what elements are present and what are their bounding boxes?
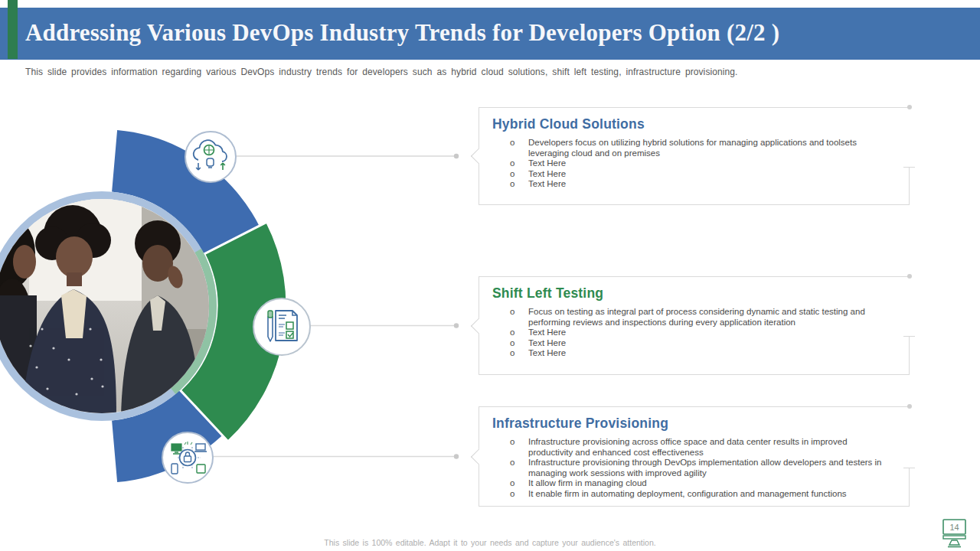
bullet-item: oText Here — [508, 179, 884, 190]
slide-subtitle: This slide provides information regardin… — [25, 67, 906, 77]
page-number: 14 — [949, 523, 959, 532]
bullet-marker: o — [508, 478, 528, 489]
hybrid-cloud-icon — [185, 132, 236, 182]
shift-left-testing-icon — [253, 298, 310, 355]
bullet-list: oFocus on testing as integral part of pr… — [508, 307, 884, 359]
corner-dot — [907, 274, 912, 279]
section-hybrid-cloud-solutions: Hybrid Cloud Solutions oDevelopers focus… — [479, 107, 910, 205]
bullet-marker: o — [508, 458, 528, 468]
bullet-item: oText Here — [508, 348, 884, 359]
bullet-text: Developers focus on utilizing hybrid sol… — [528, 138, 884, 158]
bullet-text: Infrastructure provisioning through DevO… — [528, 458, 884, 478]
infrastructure-provisioning-icon — [162, 432, 213, 483]
bullet-marker: o — [508, 169, 528, 180]
bullet-text: Text Here — [528, 158, 884, 169]
bullet-text: Infrastructure provisioning across offic… — [528, 437, 884, 458]
bullet-list: oInfrastructure provisioning across offi… — [508, 437, 884, 500]
right-border-segment — [909, 167, 910, 205]
section-infrastructure-provisioning: Infrastructure Provisioning oInfrastruct… — [479, 406, 910, 507]
section-title: Hybrid Cloud Solutions — [492, 116, 910, 132]
bullet-text: Text Here — [528, 169, 884, 180]
bullet-marker: o — [508, 158, 528, 169]
section-title: Infrastructure Provisioning — [492, 416, 910, 432]
bullet-item: oInfrastructure provisioning through Dev… — [508, 458, 884, 478]
bullet-marker: o — [508, 489, 528, 500]
left-graphic — [0, 99, 479, 520]
bullet-marker: o — [508, 348, 528, 359]
bullet-item: oDevelopers focus on utilizing hybrid so… — [508, 138, 884, 158]
bullet-text: Text Here — [528, 328, 884, 338]
bullet-text: Text Here — [528, 338, 884, 349]
connector-end-dots — [454, 154, 459, 459]
bullet-item: oText Here — [508, 169, 884, 180]
bullet-marker: o — [508, 437, 528, 448]
footer-note: This slide is 100% editable. Adapt it to… — [0, 538, 980, 547]
bullet-marker: o — [508, 338, 528, 349]
bullet-text: It enable firm in automating deployment,… — [528, 489, 884, 500]
bullet-text: Text Here — [528, 179, 884, 190]
bullet-item: oIt allow firm in managing cloud — [508, 478, 884, 489]
bullet-item: oFocus on testing as integral part of pr… — [508, 307, 884, 328]
bullet-item: oText Here — [508, 158, 884, 169]
presentation-slide: Addressing Various DevOps Industry Trend… — [0, 0, 980, 551]
bullet-text: Focus on testing as integral part of pro… — [528, 307, 884, 328]
slide-title: Addressing Various DevOps Industry Trend… — [25, 8, 944, 60]
bullet-marker: o — [508, 138, 528, 148]
bullet-list: oDevelopers focus on utilizing hybrid so… — [508, 138, 884, 190]
green-accent-bar — [8, 0, 18, 59]
bullet-item: oInfrastructure provisioning across offi… — [508, 437, 884, 458]
page-number-monitor-icon: 14 — [940, 518, 969, 550]
bullet-text: It allow firm in managing cloud — [528, 478, 884, 489]
corner-dot — [907, 404, 912, 409]
right-border-segment — [909, 468, 910, 507]
bullet-marker: o — [508, 179, 528, 190]
bullet-marker: o — [508, 328, 528, 338]
bullet-item: oIt enable firm in automating deployment… — [508, 489, 884, 500]
right-border-segment — [909, 336, 910, 375]
section-title: Shift Left Testing — [492, 285, 910, 302]
section-shift-left-testing: Shift Left Testing oFocus on testing as … — [479, 276, 910, 375]
bullet-text: Text Here — [528, 348, 884, 359]
bullet-item: oText Here — [508, 328, 884, 338]
corner-dot — [907, 105, 912, 109]
bullet-item: oText Here — [508, 338, 884, 349]
bullet-marker: o — [508, 307, 528, 318]
